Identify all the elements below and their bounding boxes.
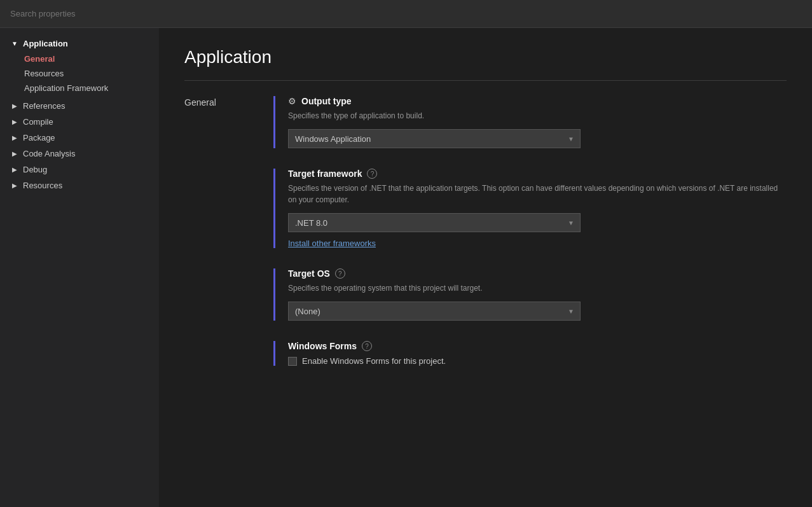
setting-group-target-os: Target OS ? Specifies the operating syst… (273, 268, 787, 321)
main-layout: ▼ Application General Resources Applicat… (0, 28, 812, 507)
sidebar-item-general[interactable]: General (0, 52, 159, 66)
page-title: Application (184, 47, 787, 67)
target-os-dropdown-wrapper: (None) Windows Linux macOS ▼ (288, 302, 581, 321)
setting-group-output-type: ⚙ Output type Specifies the type of appl… (273, 96, 787, 148)
sidebar-item-application[interactable]: ▼ Application (0, 36, 159, 52)
sidebar-item-code-analysis[interactable]: ▶ Code Analysis (0, 146, 159, 162)
output-type-dropdown-wrapper: Windows Application Console Application … (288, 129, 581, 148)
target-framework-dropdown-wrapper: .NET 8.0 .NET 7.0 .NET 6.0 ▼ (288, 213, 581, 232)
install-frameworks-link[interactable]: Install other frameworks (288, 239, 376, 248)
sidebar-item-debug[interactable]: ▶ Debug (0, 162, 159, 177)
sidebar-item-compile[interactable]: ▶ Compile (0, 114, 159, 130)
sidebar-item-app-framework[interactable]: Application Framework (0, 81, 159, 95)
section-label: General (184, 97, 216, 108)
output-type-dropdown[interactable]: Windows Application Console Application … (288, 129, 581, 148)
windows-forms-checkbox-label[interactable]: Enable Windows Forms for this project. (302, 356, 446, 366)
setting-header-windows-forms: Windows Forms ? (288, 341, 787, 351)
chevron-right-icon: ▶ (10, 181, 19, 190)
target-os-desc: Specifies the operating system that this… (288, 282, 787, 294)
sidebar-item-resources2[interactable]: ▶ Resources (0, 177, 159, 193)
chevron-right-icon: ▶ (10, 134, 19, 142)
target-framework-dropdown[interactable]: .NET 8.0 .NET 7.0 .NET 6.0 (288, 213, 581, 232)
divider (184, 80, 787, 81)
help-icon-target-os[interactable]: ? (335, 268, 345, 279)
setting-group-target-framework: Target framework ? Specifies the version… (273, 169, 787, 248)
section-label-col: General (184, 96, 273, 386)
content-area: Application General ⚙ Output type Specif… (159, 28, 812, 507)
sidebar-item-resources[interactable]: Resources (0, 66, 159, 81)
search-input[interactable] (10, 9, 802, 18)
setting-header-target-framework: Target framework ? (288, 169, 787, 179)
help-icon-windows-forms[interactable]: ? (362, 341, 372, 351)
windows-forms-checkbox-row: Enable Windows Forms for this project. (288, 356, 787, 366)
chevron-right-icon: ▶ (10, 149, 19, 158)
sidebar: ▼ Application General Resources Applicat… (0, 28, 159, 507)
chevron-right-icon: ▶ (10, 165, 19, 174)
target-framework-desc: Specifies the version of .NET that the a… (288, 183, 787, 205)
chevron-down-icon: ▼ (10, 39, 19, 48)
two-col-layout: General ⚙ Output type Specifies the type… (184, 96, 787, 386)
search-bar (0, 0, 812, 28)
output-type-desc: Specifies the type of application to bui… (288, 110, 787, 122)
sidebar-section-application: ▼ Application General Resources Applicat… (0, 36, 159, 95)
target-os-dropdown[interactable]: (None) Windows Linux macOS (288, 302, 581, 321)
sidebar-item-references[interactable]: ▶ References (0, 98, 159, 114)
setting-group-windows-forms: Windows Forms ? Enable Windows Forms for… (273, 341, 787, 366)
windows-forms-title: Windows Forms (288, 341, 357, 351)
chevron-right-icon: ▶ (10, 102, 19, 111)
setting-header-output-type: ⚙ Output type (288, 96, 787, 106)
target-os-title: Target OS (288, 268, 330, 279)
target-framework-title: Target framework (288, 169, 362, 179)
settings-col: ⚙ Output type Specifies the type of appl… (273, 96, 787, 386)
setting-header-target-os: Target OS ? (288, 268, 787, 279)
sidebar-item-package[interactable]: ▶ Package (0, 130, 159, 146)
gear-icon: ⚙ (288, 96, 296, 106)
chevron-right-icon: ▶ (10, 118, 19, 127)
output-type-title: Output type (301, 96, 352, 106)
windows-forms-checkbox[interactable] (288, 357, 297, 366)
help-icon-target-framework[interactable]: ? (367, 169, 377, 179)
